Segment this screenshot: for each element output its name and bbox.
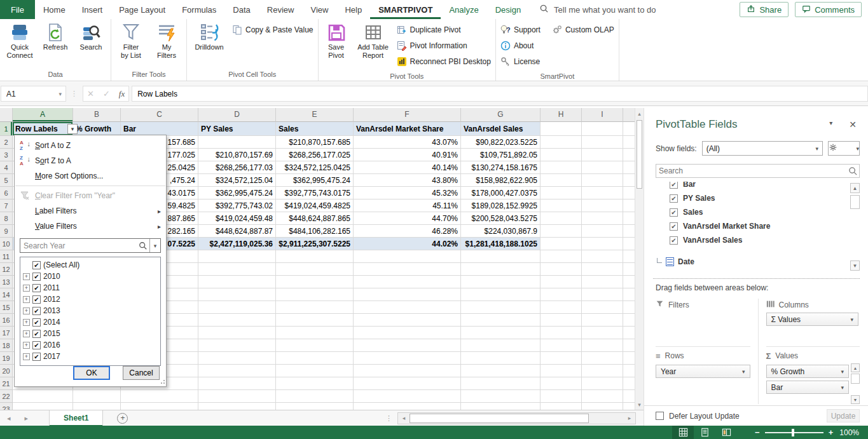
header-py-sales[interactable]: PY Sales	[198, 122, 276, 136]
cell-g13[interactable]	[461, 276, 541, 288]
zoom-out-icon[interactable]: −	[755, 428, 760, 437]
cell-g21[interactable]	[461, 377, 541, 390]
duplicate-pivot-button[interactable]: Duplicate Pivot	[397, 24, 491, 36]
tab-view[interactable]: View	[302, 0, 336, 19]
column-header-c[interactable]: C	[121, 108, 198, 122]
cell-f11[interactable]	[354, 250, 461, 263]
cell-d17[interactable]	[198, 327, 276, 339]
cell-g15[interactable]	[461, 301, 541, 314]
cell-i10[interactable]	[582, 238, 623, 250]
header-vanarsdel-sales[interactable]: VanArsdel Sales	[461, 122, 541, 136]
scroll-up-icon[interactable]: ▲	[851, 363, 860, 372]
values-area-dropzone[interactable]: % Growth▾Bar▾ ▲ ▼	[766, 362, 860, 404]
field-item-bar[interactable]: ✔Bar	[656, 182, 849, 191]
field-checkbox-bar[interactable]: ✔	[670, 182, 678, 189]
cell-vanarsdel-sales-5[interactable]: $158,982,622.905	[461, 174, 541, 187]
cell-i18[interactable]	[582, 339, 623, 352]
about-button[interactable]: About	[500, 39, 614, 52]
cell-g20[interactable]	[461, 365, 541, 377]
cell-h3[interactable]	[541, 149, 582, 161]
filter-search-input[interactable]	[20, 241, 137, 250]
tools-gear-button[interactable]: ▾	[828, 141, 860, 156]
cell-i20[interactable]	[582, 365, 623, 377]
cell-e16[interactable]	[276, 314, 354, 327]
add-table-report-button[interactable]: Add TableReport	[352, 20, 394, 69]
row-number-14[interactable]: 14	[0, 288, 13, 301]
name-box[interactable]: ▾	[1, 86, 66, 102]
tab-help[interactable]: Help	[336, 0, 370, 19]
row-number-11[interactable]: 11	[0, 250, 13, 263]
column-header-d[interactable]: D	[198, 108, 276, 122]
cell-h11[interactable]	[541, 250, 582, 263]
page-layout-view-icon[interactable]	[694, 426, 715, 439]
cell-i16[interactable]	[582, 314, 623, 327]
vertical-scrollbar[interactable]: ▴ ▾	[635, 108, 644, 410]
row-number-6[interactable]: 6	[0, 187, 13, 199]
cell-d22[interactable]	[198, 390, 276, 403]
checkbox-2014[interactable]: ✔	[32, 318, 41, 327]
cell-market-share-4[interactable]: 40.14%	[354, 161, 461, 174]
cell-f19[interactable]	[354, 352, 461, 365]
cell-sales-4[interactable]: $324,572,125.0425	[276, 161, 354, 174]
cell-i12[interactable]	[582, 263, 623, 276]
comments-button[interactable]: Comments	[795, 2, 862, 17]
cell-d18[interactable]	[198, 339, 276, 352]
expand-plus-icon[interactable]: +	[23, 319, 30, 326]
cell-e15[interactable]	[276, 301, 354, 314]
sheet-nav-right-icon[interactable]: ▸	[18, 414, 36, 422]
tree-item-2017[interactable]: +✔2017	[23, 351, 160, 362]
field-section-date[interactable]: Date	[656, 255, 849, 269]
cell-i2[interactable]	[582, 136, 623, 149]
field-checkbox-vanarsdel-market-share[interactable]: ✔	[670, 222, 678, 231]
cell-h21[interactable]	[541, 377, 582, 390]
row-number-17[interactable]: 17	[0, 327, 13, 339]
cell-market-share-3[interactable]: 40.91%	[354, 149, 461, 161]
column-header-b[interactable]: B	[73, 108, 121, 122]
cell-vanarsdel-sales-4[interactable]: $130,274,158.1675	[461, 161, 541, 174]
cell-h1[interactable]	[541, 122, 582, 136]
cell-f13[interactable]	[354, 276, 461, 288]
field-checkbox-sales[interactable]: ✔	[670, 208, 678, 217]
cell-py-sales-10[interactable]: $2,427,119,025.36	[198, 238, 276, 250]
checkbox-2013[interactable]: ✔	[32, 307, 41, 315]
cell-py-sales-2[interactable]	[198, 136, 276, 149]
zoom-slider-thumb[interactable]	[792, 429, 794, 436]
field-item-vanarsdel-sales[interactable]: ✔VanArsdel Sales	[656, 233, 849, 247]
columns-pill-values[interactable]: Σ Values▾	[766, 313, 859, 326]
fields-search-box[interactable]	[656, 164, 860, 178]
tree-item-2015[interactable]: +✔2015	[23, 328, 160, 339]
cell-b23[interactable]	[73, 403, 121, 410]
cell-f15[interactable]	[354, 301, 461, 314]
cell-g19[interactable]	[461, 352, 541, 365]
checkbox-2016[interactable]: ✔	[32, 341, 41, 349]
cell-e13[interactable]	[276, 276, 354, 288]
share-button[interactable]: Share	[740, 2, 789, 17]
cell-i21[interactable]	[582, 377, 623, 390]
cell-sales-3[interactable]: $268,256,177.025	[276, 149, 354, 161]
scroll-down-icon[interactable]: ▼	[851, 395, 860, 404]
cell-f16[interactable]	[354, 314, 461, 327]
cell-py-sales-3[interactable]: $210,870,157.69	[198, 149, 276, 161]
tab-file[interactable]: File	[0, 0, 35, 19]
menu-item-sort-a-to-z[interactable]: AZ↓Sort A to Z	[15, 138, 166, 153]
cell-i9[interactable]	[582, 225, 623, 238]
cell-d14[interactable]	[198, 288, 276, 301]
cell-vanarsdel-sales-2[interactable]: $90,822,023.5225	[461, 136, 541, 149]
cell-h23[interactable]	[541, 403, 582, 410]
row-number-15[interactable]: 15	[0, 301, 13, 314]
cell-g17[interactable]	[461, 327, 541, 339]
filters-area-dropzone[interactable]	[656, 311, 750, 347]
ok-button[interactable]: OK	[73, 366, 110, 380]
sheet-nav-left-icon[interactable]: ◂	[0, 414, 18, 422]
cell-i1[interactable]	[582, 122, 623, 136]
expand-plus-icon[interactable]: +	[23, 353, 30, 360]
menu-item-value-filters[interactable]: Value Filters▸	[15, 219, 166, 234]
search-data-button[interactable]: Search	[73, 20, 109, 69]
tab-analyze[interactable]: Analyze	[441, 0, 486, 19]
defer-layout-checkbox[interactable]	[656, 412, 664, 420]
menu-item-clear-filter-from-year[interactable]: Clear Filter From "Year"	[15, 188, 166, 203]
cell-market-share-6[interactable]: 45.32%	[354, 187, 461, 199]
cell-i13[interactable]	[582, 276, 623, 288]
cell-f17[interactable]	[354, 327, 461, 339]
checkbox-2017[interactable]: ✔	[32, 353, 41, 361]
